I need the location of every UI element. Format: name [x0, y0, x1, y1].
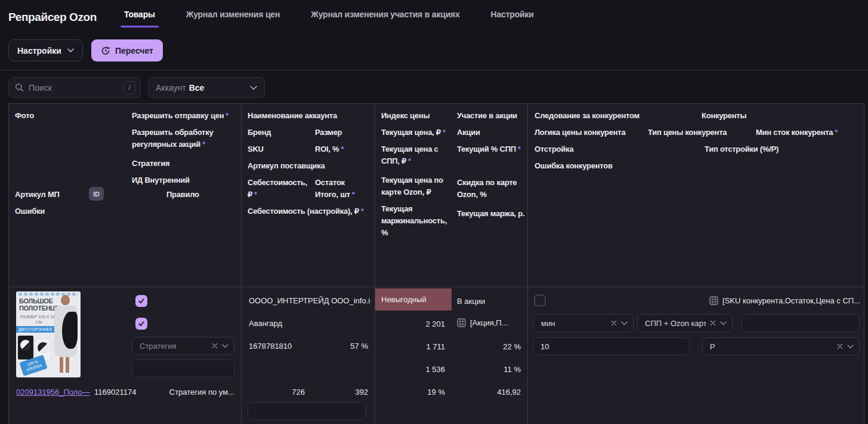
product-id: 1169021174: [94, 388, 136, 397]
internal-id-input[interactable]: [132, 360, 234, 377]
col-header-article-mp[interactable]: Артикул МП: [15, 189, 60, 201]
filters-bar: / Аккаунт Все: [8, 77, 265, 98]
col-header-promos[interactable]: Акции: [457, 127, 524, 139]
slash-shortcut-badge: /: [123, 81, 135, 94]
col-header-competitor-price-type[interactable]: Тип цены конкурента: [648, 127, 727, 139]
col-header-allow-regular-promos[interactable]: Разрешить обработку регулярных акций*: [132, 127, 237, 150]
account-select[interactable]: Аккаунт Все: [148, 77, 265, 98]
cost-custom-input[interactable]: [248, 402, 366, 420]
current-spp-value: 22 %: [503, 342, 521, 351]
col-header-allow-price-send[interactable]: Разрешить отправку цен*: [132, 110, 237, 122]
id-badge-button[interactable]: ID: [89, 187, 104, 201]
clear-icon[interactable]: [212, 343, 218, 349]
checkbox-allow-price-send[interactable]: [135, 295, 147, 307]
competitor-price-type-select[interactable]: СПП + Ozon карта: [637, 314, 733, 332]
col-header-sku[interactable]: SKU: [248, 143, 315, 155]
recalc-button[interactable]: Пересчет: [91, 39, 163, 62]
required-marker: *: [408, 156, 411, 165]
search-input[interactable]: [29, 83, 123, 93]
col-header-competitor-error[interactable]: Ошибка конкурентов: [535, 160, 613, 172]
tab-products[interactable]: Товары: [124, 6, 155, 29]
offset-type-select[interactable]: Р: [702, 337, 860, 355]
competitor-min-stock-input[interactable]: [742, 314, 860, 332]
col-header-cost[interactable]: Себестоимость, ₽*: [248, 177, 315, 201]
current-marginality-value: 19 %: [375, 388, 445, 397]
col-header-competitor-min-stock[interactable]: Мин сток конкурента*: [756, 127, 838, 139]
search-box[interactable]: /: [8, 77, 141, 98]
col-header-internal-id[interactable]: ИД Внутренний: [132, 174, 237, 186]
offset-type-value: Р: [710, 342, 833, 351]
grid-icon: [709, 296, 718, 305]
offset-input[interactable]: [533, 337, 690, 355]
col-header-supplier-article[interactable]: Артикул поставщика: [248, 160, 369, 172]
chevron-down-icon: [250, 85, 257, 90]
row-cell-account: ОООО_ИНТЕРТРЕЙД ООО_info.in... Авангард …: [242, 287, 375, 424]
col-header-offset[interactable]: Отстройка: [535, 143, 573, 155]
clear-icon[interactable]: [837, 343, 843, 349]
col-header-price-index[interactable]: Индекс цены: [381, 110, 448, 122]
col-header-size[interactable]: Размер: [315, 127, 342, 139]
app-title: Репрайсер Ozon: [8, 11, 97, 24]
row-cell-product: БОЛЬШОЕ ПОЛОТЕНЦЕ РАЗМЕР 100 Х 160 СМ ДВ…: [9, 287, 242, 424]
col-header-current-price-ozon-card[interactable]: Текущая цена по карте Ozon, ₽: [381, 174, 448, 198]
clear-icon[interactable]: [710, 320, 716, 326]
strategy-select[interactable]: Стратегия: [132, 337, 234, 355]
col-header-rule[interactable]: Правило: [166, 189, 199, 201]
checkmark-icon: [138, 320, 145, 327]
col-header-roi[interactable]: ROI, %*: [315, 143, 344, 155]
required-marker: *: [341, 145, 344, 153]
required-marker: *: [443, 128, 446, 137]
competitor-price-logic-select[interactable]: мин: [533, 314, 634, 332]
products-table: Фото Разрешить отправку цен* Разрешить о…: [8, 103, 864, 424]
header-group-competitors: Следование за конкурентом Конкуренты Лог…: [528, 104, 864, 287]
required-marker: *: [352, 190, 355, 199]
chevron-down-icon[interactable]: [847, 345, 854, 349]
col-header-cost-custom[interactable]: Себестоимость (настройка), ₽*: [248, 205, 369, 217]
col-header-stock-total[interactable]: Остаток Итого, шт*: [315, 177, 369, 201]
checkbox-follow-competitor[interactable]: [534, 294, 546, 306]
nav-tabs: Товары Журнал изменения цен Журнал измен…: [124, 6, 534, 29]
chevron-down-icon[interactable]: [222, 344, 228, 348]
col-header-ozon-card-discount[interactable]: Скидка по карте Ozon, %: [457, 177, 524, 201]
tab-settings[interactable]: Настройки: [491, 6, 534, 29]
search-icon: [15, 83, 24, 92]
col-header-errors[interactable]: Ошибки: [15, 205, 45, 217]
tab-promo-participation-log[interactable]: Журнал изменения участия в акциях: [311, 6, 459, 29]
col-header-follow-competitor[interactable]: Следование за конкурентом: [535, 110, 640, 122]
competitors-text: [SKU конкурента,Остаток,Цена с СП...: [722, 296, 860, 305]
competitors-list-value[interactable]: [SKU конкурента,Остаток,Цена с СП...: [709, 296, 860, 305]
col-header-promo-participation[interactable]: Участие в акции: [457, 110, 524, 122]
promo-participation-value: В акции: [457, 297, 485, 306]
col-header-strategy[interactable]: Стратегия: [132, 158, 237, 170]
product-image[interactable]: БОЛЬШОЕ ПОЛОТЕНЦЕ РАЗМЕР 100 Х 160 СМ ДВ…: [16, 291, 81, 377]
col-header-current-price-spp[interactable]: Текущая цена с СПП, ₽*: [381, 143, 448, 167]
top-nav: Репрайсер Ozon Товары Журнал изменения ц…: [0, 0, 868, 35]
product-article-link[interactable]: 0209131956_Поло—: [16, 388, 90, 397]
required-marker: *: [202, 140, 205, 149]
col-header-offset-type[interactable]: Тип отстройки (%/Р): [705, 143, 779, 155]
col-header-current-margin[interactable]: Текущая маржа, р.: [457, 208, 524, 220]
header-group-product: Фото Разрешить отправку цен* Разрешить о…: [9, 104, 242, 287]
settings-dropdown-button[interactable]: Настройки: [8, 39, 83, 62]
col-header-competitor-price-logic[interactable]: Логика цены конкурента: [535, 127, 625, 139]
competitor-price-logic-value: мин: [541, 319, 607, 328]
col-header-competitors[interactable]: Конкуренты: [702, 110, 746, 122]
chevron-down-icon[interactable]: [720, 321, 727, 325]
current-price-value: 2 201: [375, 319, 445, 328]
checkbox-allow-regular-promos[interactable]: [135, 318, 147, 330]
tab-price-change-log[interactable]: Журнал изменения цен: [186, 6, 280, 29]
current-price-ozon-card-value: 1 536: [375, 365, 445, 374]
col-header-current-price[interactable]: Текущая цена, ₽*: [381, 127, 448, 139]
col-header-brand[interactable]: Бренд: [248, 127, 315, 139]
strategy-select-value: Стратегия: [140, 342, 208, 351]
row-cell-competitors: [SKU конкурента,Остаток,Цена с СП... мин…: [528, 287, 864, 424]
col-header-current-spp[interactable]: Текущий % СПП*: [457, 143, 524, 155]
clear-icon[interactable]: [611, 320, 617, 326]
col-header-current-marginality[interactable]: Текущая маржинальность, %: [381, 203, 448, 239]
refresh-icon: [101, 46, 110, 56]
promos-list-value[interactable]: [Акция,П...: [457, 318, 524, 327]
required-marker: *: [226, 111, 228, 120]
chevron-down-icon[interactable]: [621, 321, 628, 325]
promos-text: [Акция,П...: [470, 318, 508, 327]
col-header-account-name[interactable]: Наименование аккаунта: [248, 110, 369, 122]
